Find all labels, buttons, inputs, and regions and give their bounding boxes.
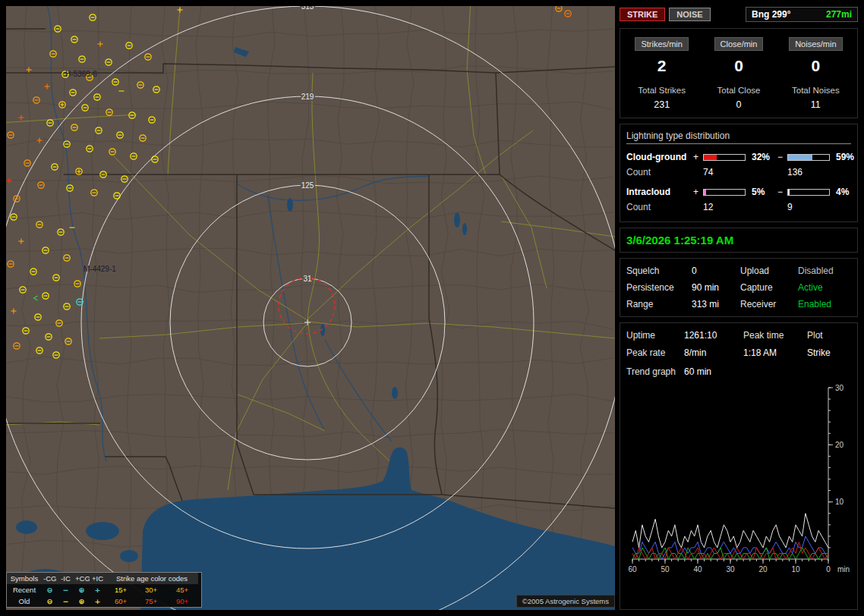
lightning-type-section: Lightning type distribution Cloud-ground… [620,124,858,222]
close-column: Close/min 0 Total Close 0 [700,36,777,110]
persistence-label: Persistence [626,282,692,293]
rate-stats-section: Strikes/min 2 Total Strikes 231 Close/mi… [620,28,858,118]
distance-value: 277mi [826,9,852,20]
close-per-min-header: Close/min [714,37,764,51]
legend-symbol-glyph: ⊖ [42,584,58,596]
total-noises-label: Total Noises [777,83,854,95]
squelch-value: 0 [692,266,740,276]
legend-row-label: Recent [7,584,42,596]
legend-column-header: -CG [42,573,58,584]
legend-column-header: +CG [74,573,90,584]
side-panel: STRIKE NOISE Bng 299° 277mi Strikes/min … [620,6,858,610]
minus-sign: − [777,152,787,162]
noises-column: Noises/min 0 Total Noises 11 [777,36,854,110]
total-close-value: 0 [700,95,777,110]
ic-negative-bar [787,189,830,196]
intracloud-row: Intracloud + 5% − 4% [626,187,851,197]
legend-symbol-glyph: ⊕ [74,596,90,607]
y-tick-label: 20 [835,441,844,449]
bearing-value: Bng 299° [752,9,790,20]
receiver-label: Receiver [740,299,798,310]
lightning-monitor-app: 31321912531H-5369-6M-4429-1 Symbols-CG-I… [0,0,864,616]
squelch-label: Squelch [626,266,692,276]
plot-value: Strike [807,347,851,358]
legend-age-code: 45+ [166,584,198,596]
legend-symbol-glyph: + [90,584,106,596]
capture-value: Active [798,282,851,293]
distribution-title: Lightning type distribution [626,130,851,144]
plus-sign: + [693,187,703,197]
total-strikes-value: 231 [623,95,700,110]
legend-symbol-glyph: − [58,584,74,596]
legend-symbol-glyph: − [58,596,74,607]
total-noises-value: 11 [777,95,854,110]
cg-positive-pct: 32% [749,152,777,162]
legend-symbol-glyph: + [90,596,106,607]
plot-label: Plot [807,330,851,341]
ic-positive-bar [703,189,746,196]
intracloud-count-row: Count 12 9 [626,202,851,212]
cg-negative-pct: 59% [833,152,857,162]
ic-negative-pct: 4% [833,187,857,197]
y-tick-label: 30 [835,384,844,392]
uptime-value: 1261:10 [684,330,743,341]
legend-symbol-glyph: ⊖ [42,596,58,607]
x-tick-label: 20 [758,565,768,574]
upload-label: Upload [740,266,798,276]
session-section: Uptime 1261:10 Peak time Plot Peak rate … [620,322,858,610]
strikes-per-min-value: 2 [623,51,700,83]
total-close-label: Total Close [700,83,777,95]
cg-negative-bar [787,154,830,161]
x-tick-label: 10 [791,565,800,574]
x-tick-label: 60 [628,565,637,574]
plus-sign: + [693,152,703,162]
minus-sign: − [777,187,787,197]
panel-toolbar: STRIKE NOISE Bng 299° 277mi [620,6,858,23]
legend-age-header: Strike age color codes [106,573,198,584]
trend-graph: 1020306050403020100min [626,383,854,577]
strikes-column: Strikes/min 2 Total Strikes 231 [623,36,700,110]
legend-age-code: 30+ [136,584,166,596]
ic-negative-count: 9 [787,202,833,212]
map-legend: Symbols-CG-IC+CG+ICStrike age color code… [6,572,202,608]
ring-distance-label: 125 [301,181,314,190]
legend-age-code: 90+ [166,596,198,607]
lightning-map[interactable]: 31321912531H-5369-6M-4429-1 Symbols-CG-I… [6,6,615,610]
map-canvas[interactable]: 31321912531H-5369-6M-4429-1 [6,6,615,610]
cloud-ground-label: Cloud-ground [626,152,693,162]
count-label: Count [626,202,693,212]
strike-button[interactable]: STRIKE [620,8,665,21]
total-strikes-label: Total Strikes [623,83,700,95]
uptime-label: Uptime [626,330,684,341]
capture-label: Capture [740,282,798,293]
noise-button[interactable]: NOISE [669,8,710,21]
ic-positive-count: 12 [703,202,749,212]
intracloud-label: Intracloud [626,187,693,197]
x-tick-label: 30 [726,565,735,574]
cg-positive-count: 74 [703,167,749,178]
x-tick-label: 40 [693,565,702,574]
cloud-ground-row: Cloud-ground + 32% − 59% [626,152,851,162]
legend-age-code: 60+ [106,596,136,607]
close-per-min-value: 0 [700,51,777,83]
ic-positive-pct: 5% [749,187,777,197]
legend-age-code: 15+ [106,584,136,596]
legend-row-label: Old [7,596,42,607]
strikes-per-min-header: Strikes/min [635,37,688,51]
upload-value: Disabled [798,266,851,276]
legend-column-header: -IC [58,573,74,584]
peak-rate-label: Peak rate [626,347,684,358]
datetime-display: 3/6/2026 1:25:19 AM [620,228,858,253]
persistence-value: 90 min [692,282,740,293]
station-label: M-4429-1 [84,265,116,273]
x-axis-unit: min [837,565,850,574]
legend-symbols-header: Symbols [7,573,42,584]
count-label: Count [626,167,693,178]
trend-series-cg_positive [632,542,828,559]
peak-rate-value: 8/min [684,347,743,358]
legend-symbol-glyph: ⊕ [74,584,90,596]
range-value: 313 mi [692,299,740,310]
legend-age-code: 75+ [136,596,166,607]
cg-positive-bar [703,154,746,161]
x-tick-label: 0 [826,565,831,574]
